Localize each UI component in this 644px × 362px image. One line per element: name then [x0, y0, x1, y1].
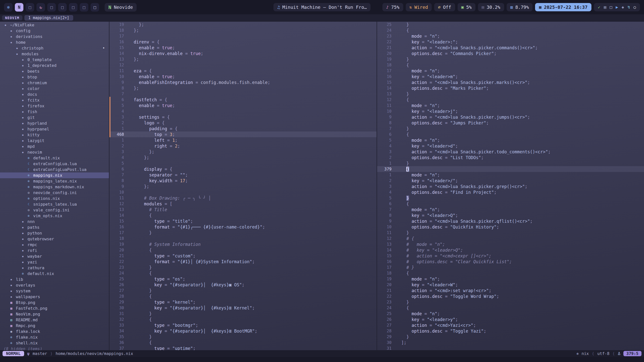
tree-item-fcitx[interactable]: ▪fcitx — [0, 97, 109, 103]
code-line[interactable]: 29 type = "kernel"; — [109, 299, 377, 305]
tree-item-waybar[interactable]: ▪waybar — [0, 253, 109, 259]
code-line[interactable]: 22 options.desc = "Toggle Word Wrap"; — [377, 293, 644, 299]
tree-item-kitty[interactable]: ▪kitty — [0, 132, 109, 138]
code-line[interactable]: 11 eza = { — [109, 68, 377, 74]
workspace-7[interactable]: □ — [69, 3, 77, 12]
code-line[interactable]: 31 — [377, 345, 644, 350]
volume-module[interactable]: ♪75% — [382, 3, 403, 11]
tree-item-snippets_latex.lua[interactable]: ☾snippets_latex.lua — [0, 201, 109, 207]
code-line[interactable]: 11 } — [377, 230, 644, 236]
tray-icon-bell[interactable]: ○ — [633, 5, 636, 10]
neovide-app-module[interactable]: N Neovide — [105, 3, 137, 12]
code-line[interactable]: 15 enable = true; — [109, 45, 377, 51]
tree-item-1_deprecated[interactable]: ▪1_deprecated — [0, 63, 109, 68]
tray-icon-window[interactable]: □ — [610, 5, 612, 10]
code-line[interactable]: 1 } — [377, 160, 644, 166]
code-line[interactable]: 5 — [109, 160, 377, 166]
code-line[interactable]: 3 action = "<cmd>lua Snacks.picker.grep(… — [377, 184, 644, 189]
code-line[interactable]: 22 key = "<leader>:"; — [377, 39, 644, 45]
code-line[interactable]: 3 }; — [109, 149, 377, 155]
tree-item-yazi[interactable]: ▪yazi — [0, 259, 109, 265]
tree-item-mappings_markdown.nix[interactable]: ❄mappings_markdown.nix — [0, 184, 109, 190]
code-line[interactable]: 25 type = "os"; — [109, 276, 377, 282]
code-line[interactable]: 2 key = "<leader>/"; — [377, 178, 644, 184]
code-line[interactable]: 29 } — [377, 334, 644, 340]
code-line[interactable]: 8 key = "<leader>Q"; — [377, 212, 644, 218]
tree-item-paths[interactable]: ▪paths — [0, 224, 109, 230]
tree-item-docs[interactable]: ▪docs — [0, 92, 109, 97]
workspace-9[interactable]: □ — [91, 3, 99, 12]
clock-module[interactable]: ▦2025-07-22 16:37 — [535, 3, 591, 11]
code-line[interactable]: 16 format = "{#1}╭─── {#}{user-name-colo… — [109, 224, 377, 230]
code-line[interactable]: 12 { — [377, 97, 644, 103]
code-line[interactable]: 12 modules = [ — [109, 201, 377, 207]
code-line[interactable]: 4 — [109, 108, 377, 114]
code-line[interactable]: 20 { — [109, 247, 377, 253]
tree-item-extraConfigLua.lua[interactable]: ☾extraConfigLua.lua — [0, 161, 109, 167]
editor-right-pane[interactable]: 25 }24 {23 mode = "n";22 key = "<leader>… — [377, 22, 644, 350]
tab-mappings-nix[interactable]: 1 mappings.nix[2+] — [24, 15, 73, 21]
code-line[interactable]: 5 } — [377, 195, 644, 201]
code-line[interactable]: 18 { — [377, 270, 644, 276]
code-line[interactable]: 16 key = "<leader>m"; — [377, 74, 644, 79]
tree-item-git[interactable]: ▪git — [0, 115, 109, 120]
code-line[interactable]: 3 settings = { — [109, 114, 377, 120]
tree-item-README.md[interactable]: ▤README.md — [0, 317, 109, 323]
disk-module[interactable]: ▣5% — [458, 3, 475, 11]
code-line[interactable]: 1 padding = { — [109, 126, 377, 131]
workspace-8[interactable]: □ — [80, 3, 88, 12]
code-line[interactable]: 30 ]; — [377, 340, 644, 345]
tree-item-btop[interactable]: ▪btop — [0, 74, 109, 80]
tree-item-christoph[interactable]: ▪christoph• — [0, 45, 109, 51]
code-line[interactable]: 11 mode = "n"; — [377, 103, 644, 108]
tree-item-mappings_latex.nix[interactable]: ❄mappings_latex.nix — [0, 178, 109, 184]
code-line[interactable]: 13 }; — [109, 56, 377, 62]
code-line[interactable]: 468 top = 3; — [109, 131, 377, 137]
code-line[interactable]: 15 type = "title"; — [109, 218, 377, 224]
tree-item-overlays[interactable]: ▪overlays — [0, 282, 109, 288]
code-line[interactable]: 23 mode = "n"; — [377, 33, 644, 39]
tray-icon-telegram[interactable]: ▶ — [616, 5, 618, 10]
code-line[interactable]: 8 }; — [109, 85, 377, 91]
tree-item-default.nix[interactable]: ❄default.nix — [0, 155, 109, 161]
tree-item-options.nix[interactable]: ❄options.nix — [0, 196, 109, 201]
code-line[interactable]: 28 { — [109, 293, 377, 299]
code-line[interactable]: 9 action = "<cmd>lua Snacks.picker.qflis… — [377, 218, 644, 224]
code-line[interactable]: 5 enable = true; — [109, 103, 377, 108]
tree-item-0_template[interactable]: ▪0_template — [0, 57, 109, 63]
code-line[interactable]: 32 { — [109, 316, 377, 322]
code-line[interactable]: 19 } — [377, 56, 644, 62]
code-line[interactable]: 36 { — [109, 340, 377, 345]
tray-icon-power[interactable]: ↯ — [628, 5, 630, 10]
tree-item-vale_config.ini[interactable]: ⚙vale_config.ini — [0, 207, 109, 213]
code-line[interactable]: 18 { — [377, 62, 644, 68]
code-line[interactable]: 10 key = "<leader>j"; — [377, 108, 644, 114]
code-line[interactable]: 9 }; — [109, 184, 377, 189]
code-line[interactable]: 25 mode = "n"; — [377, 311, 644, 316]
code-line[interactable]: 1 left = 1; — [109, 137, 377, 143]
cpu-module[interactable]: ▥8.79% — [507, 3, 533, 11]
memory-module[interactable]: ▤30.2% — [478, 3, 504, 11]
code-line[interactable]: 379 { — [377, 166, 644, 172]
code-line[interactable]: 21 type = "custom"; — [109, 253, 377, 259]
tree-item-python[interactable]: ▪python — [0, 230, 109, 236]
code-line[interactable]: 14 { — [109, 212, 377, 218]
tree-item-flake.lock[interactable]: ●flake.lock — [0, 329, 109, 334]
workspace-3[interactable]: □ — [26, 3, 34, 12]
code-line[interactable]: 9 enableFishIntegration = config.modules… — [109, 79, 377, 85]
code-line[interactable]: 10 options.desc = "Quickfix History"; — [377, 224, 644, 230]
code-line[interactable]: 17 } — [109, 230, 377, 236]
tree-item-rmpc[interactable]: ▪rmpc — [0, 242, 109, 248]
code-line[interactable]: 21 action = "<cmd>:set wrap!<cr>"; — [377, 288, 644, 293]
tree-item-beets[interactable]: ▪beets — [0, 68, 109, 74]
tree-item-modules[interactable]: ▪modules — [0, 51, 109, 57]
code-line[interactable]: 2 right = 2; — [109, 143, 377, 149]
code-line[interactable]: 4 key = "<leader>d"; — [377, 143, 644, 149]
tray-icon-widget[interactable]: ◆ — [622, 5, 624, 10]
editor-left-pane[interactable]: 19 };18 };1716 direnv = {15 enable = tru… — [109, 22, 377, 350]
code-line[interactable]: 35 } — [109, 334, 377, 340]
code-line[interactable]: 6 fastfetch = { — [109, 97, 377, 103]
tree-item-system[interactable]: ▪system — [0, 288, 109, 294]
tree-item-derivations[interactable]: ▪derivations — [0, 34, 109, 39]
tree-item-Btop.png[interactable]: ▦Btop.png — [0, 300, 109, 305]
